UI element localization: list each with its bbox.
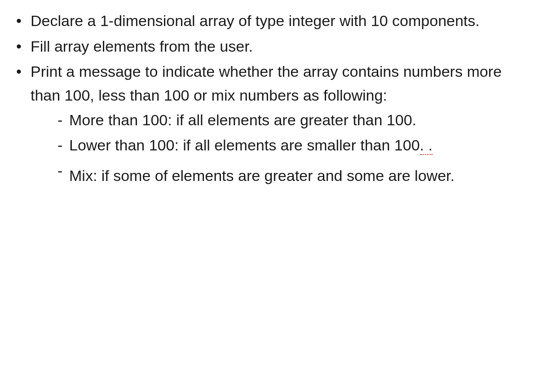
- list-item: Fill array elements from the user.: [13, 35, 526, 58]
- list-item-text: Print a message to indicate whether the …: [31, 63, 502, 104]
- list-item-text: Fill array elements from the user.: [31, 38, 253, 55]
- sub-item-text: Mix: if some of elements are greater and…: [69, 159, 526, 193]
- sub-list-item: More than 100: if all elements are great…: [57, 108, 526, 132]
- sub-item-text: More than 100: if all elements are great…: [69, 108, 526, 132]
- list-item: Declare a 1-dimensional array of type in…: [13, 9, 526, 33]
- list-item: Print a message to indicate whether the …: [13, 60, 526, 193]
- sub-list-item: Lower than 100: if all elements are smal…: [57, 133, 526, 157]
- instruction-list: Declare a 1-dimensional array of type in…: [13, 9, 526, 193]
- spellcheck-underline: . .: [420, 137, 433, 155]
- sub-item-text: Lower than 100: if all elements are smal…: [69, 133, 526, 157]
- sub-list-item: Mix: if some of elements are greater and…: [57, 159, 526, 193]
- instruction-sublist: More than 100: if all elements are great…: [31, 108, 526, 193]
- list-item-text: Declare a 1-dimensional array of type in…: [31, 12, 480, 29]
